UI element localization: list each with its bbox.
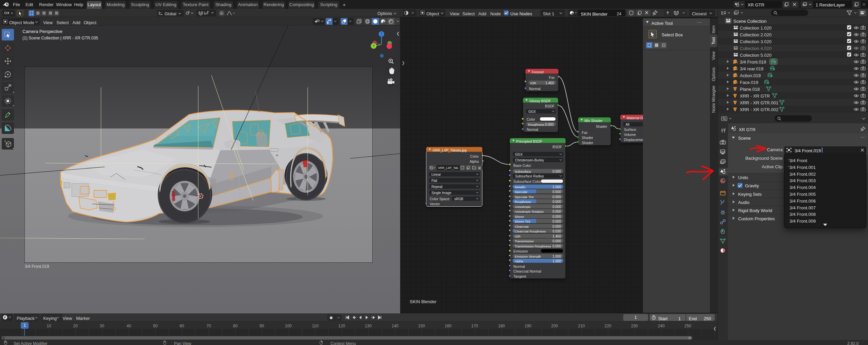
- svg-text:Y: Y: [373, 44, 375, 48]
- svg-text:Z: Z: [380, 32, 382, 36]
